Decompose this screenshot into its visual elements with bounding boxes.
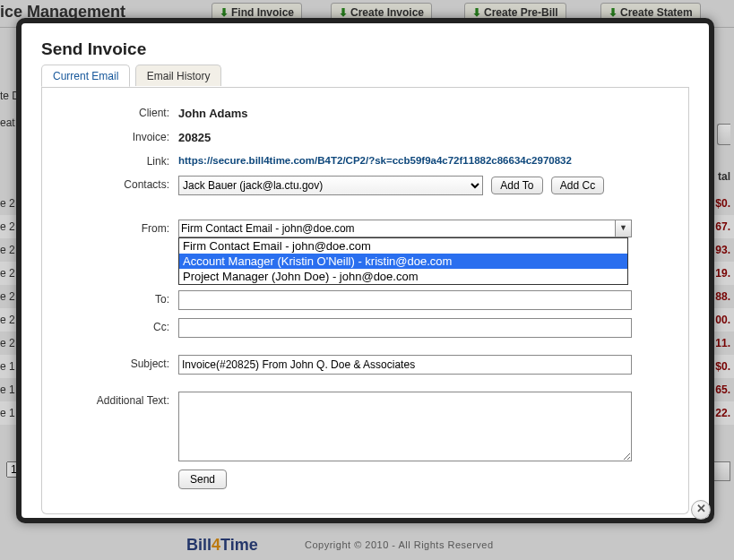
additional-text-input[interactable] — [178, 392, 632, 461]
invoice-link[interactable]: https://secure.bill4time.com/B4T2/CP2/?s… — [178, 152, 572, 166]
tab-bar: Current Email Email History — [41, 65, 689, 88]
dialog-title: Send Invoice — [41, 39, 689, 59]
cc-label: Cc: — [60, 318, 178, 333]
from-label: From: — [60, 220, 178, 235]
chevron-down-icon: ▼ — [615, 220, 631, 237]
from-selected-value: Firm Contact Email - john@doe.com — [181, 222, 355, 235]
add-to-button[interactable]: Add To — [491, 177, 542, 194]
from-option[interactable]: Account Manager (Kristin O'Neill) - kris… — [179, 254, 627, 269]
contacts-label: Contacts: — [60, 176, 178, 191]
link-label: Link: — [60, 152, 178, 168]
to-input[interactable] — [178, 290, 632, 310]
close-icon: ✕ — [696, 502, 706, 515]
client-label: Client: — [60, 104, 178, 119]
from-options-list: Firm Contact Email - john@doe.com Accoun… — [178, 237, 628, 285]
from-select[interactable]: Firm Contact Email - john@doe.com ▼ — [178, 220, 632, 237]
add-cc-button[interactable]: Add Cc — [551, 177, 604, 194]
send-button[interactable]: Send — [178, 470, 227, 489]
close-button[interactable]: ✕ — [691, 500, 711, 520]
contacts-select[interactable]: Jack Bauer (jack@la.ctu.gov) — [178, 176, 483, 195]
cc-input[interactable] — [178, 318, 632, 338]
subject-input[interactable] — [178, 355, 632, 375]
invoice-value: 20825 — [178, 128, 211, 144]
additional-text-label: Additional Text: — [60, 392, 178, 407]
from-option[interactable]: Project Manager (John Doe) - john@doe.co… — [179, 269, 627, 284]
from-option[interactable]: Firm Contact Email - john@doe.com — [179, 238, 627, 254]
tab-panel-current: Client: John Adams Invoice: 20825 Link: … — [41, 88, 689, 514]
send-invoice-dialog: Send Invoice Current Email Email History… — [16, 18, 714, 523]
tab-current-email[interactable]: Current Email — [41, 65, 130, 87]
tab-email-history[interactable]: Email History — [135, 65, 222, 86]
subject-label: Subject: — [60, 355, 178, 370]
client-value: John Adams — [178, 104, 248, 120]
to-label: To: — [60, 290, 178, 306]
invoice-label: Invoice: — [60, 128, 178, 143]
